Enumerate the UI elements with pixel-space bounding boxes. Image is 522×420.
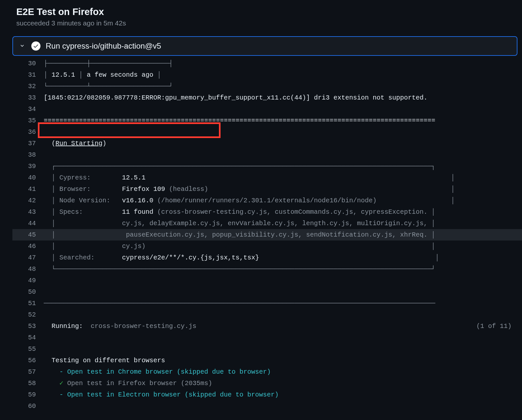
line-content bbox=[44, 309, 522, 320]
line-number[interactable]: 53 bbox=[12, 320, 44, 332]
line-number[interactable]: 57 bbox=[12, 366, 44, 378]
log-line[interactable]: 52 bbox=[12, 309, 522, 320]
log-line[interactable]: 55 bbox=[12, 343, 522, 355]
line-number[interactable]: 49 bbox=[12, 275, 44, 286]
job-title: E2E Test on Firefox bbox=[16, 7, 522, 17]
line-content: └───────────────────────────────────────… bbox=[44, 263, 522, 275]
line-content bbox=[44, 343, 522, 355]
line-number[interactable]: 40 bbox=[12, 172, 44, 183]
log-line[interactable]: 59 - Open test in Electron browser (skip… bbox=[12, 389, 522, 400]
log-line[interactable]: 53 Running: cross-broswer-testing.cy.js(… bbox=[12, 320, 522, 332]
line-number[interactable]: 32 bbox=[12, 81, 44, 92]
line-number[interactable]: 46 bbox=[12, 241, 44, 252]
log-line[interactable]: 46 │ cy.js) │ bbox=[12, 241, 522, 252]
log-line[interactable]: 57 - Open test in Chrome browser (skippe… bbox=[12, 366, 522, 378]
log-line[interactable]: 40 │ Cypress: 12.5.1 │ bbox=[12, 172, 522, 183]
log-line[interactable]: 35======================================… bbox=[12, 115, 522, 126]
line-content: - Open test in Electron browser (skipped… bbox=[44, 389, 522, 400]
line-content: │ cy.js, delayExample.cy.js, envVariable… bbox=[44, 218, 522, 229]
line-content: │ pauseExecution.cy.js, popup_visibility… bbox=[44, 229, 522, 241]
line-content bbox=[44, 332, 522, 343]
log-line[interactable]: 37 (Run Starting) bbox=[12, 138, 522, 149]
job-subtitle: succeeded 3 minutes ago in 5m 42s bbox=[16, 19, 522, 27]
log-line[interactable]: 30├──────────┼────────────────────┤ bbox=[12, 58, 522, 69]
line-number[interactable]: 35 bbox=[12, 115, 44, 126]
log-line[interactable]: 60 bbox=[12, 400, 522, 412]
line-content: ✓ Open test in Firefox browser (2035ms) bbox=[44, 378, 522, 389]
line-content bbox=[44, 103, 522, 115]
job-status-time: 3 minutes ago in 5m 42s bbox=[50, 19, 126, 27]
log-line[interactable]: 33[1845:0212/082059.987778:ERROR:gpu_mem… bbox=[12, 92, 522, 103]
line-number[interactable]: 38 bbox=[12, 149, 44, 161]
line-number[interactable]: 36 bbox=[12, 126, 44, 138]
line-content: Running: cross-broswer-testing.cy.js(1 o… bbox=[44, 320, 522, 332]
line-content: │ Node Version: v16.16.0 (/home/runner/r… bbox=[44, 195, 522, 206]
log-line[interactable]: 54 bbox=[12, 332, 522, 343]
line-number[interactable]: 50 bbox=[12, 286, 44, 298]
log-line[interactable]: 49 bbox=[12, 275, 522, 286]
line-number[interactable]: 52 bbox=[12, 309, 44, 320]
line-content bbox=[44, 275, 522, 286]
log-line[interactable]: 31│ 12.5.1 │ a few seconds ago │ bbox=[12, 69, 522, 81]
line-content bbox=[44, 400, 522, 412]
log-line[interactable]: 48 └────────────────────────────────────… bbox=[12, 263, 522, 275]
line-content: │ Searched: cypress/e2e/**/*.cy.{js,jsx,… bbox=[44, 252, 522, 263]
line-content bbox=[44, 126, 522, 138]
line-content: │ 12.5.1 │ a few seconds ago │ bbox=[44, 69, 522, 81]
line-number[interactable]: 41 bbox=[12, 183, 44, 195]
line-number[interactable]: 43 bbox=[12, 206, 44, 218]
line-number[interactable]: 42 bbox=[12, 195, 44, 206]
line-number[interactable]: 47 bbox=[12, 252, 44, 263]
log-line[interactable]: 45 │ pauseExecution.cy.js, popup_visibil… bbox=[12, 229, 522, 241]
log-line[interactable]: 39 ┌────────────────────────────────────… bbox=[12, 161, 522, 172]
line-number[interactable]: 44 bbox=[12, 218, 44, 229]
chevron-down-icon[interactable] bbox=[18, 42, 26, 50]
line-content: - Open test in Chrome browser (skipped d… bbox=[44, 366, 522, 378]
line-number[interactable]: 45 bbox=[12, 229, 44, 241]
line-content: │ Specs: 11 found (cross-broswer-testing… bbox=[44, 206, 522, 218]
line-number[interactable]: 37 bbox=[12, 138, 44, 149]
log-line[interactable]: 34 bbox=[12, 103, 522, 115]
step-title: Run cypress-io/github-action@v5 bbox=[46, 41, 161, 51]
log-line[interactable]: 58 ✓ Open test in Firefox browser (2035m… bbox=[12, 378, 522, 389]
log-line[interactable]: 47 │ Searched: cypress/e2e/**/*.cy.{js,j… bbox=[12, 252, 522, 263]
log-line[interactable]: 43 │ Specs: 11 found (cross-broswer-test… bbox=[12, 206, 522, 218]
log-line[interactable]: 36 bbox=[12, 126, 522, 138]
line-number[interactable]: 51 bbox=[12, 298, 44, 309]
line-number[interactable]: 59 bbox=[12, 389, 44, 400]
log-line[interactable]: 42 │ Node Version: v16.16.0 (/home/runne… bbox=[12, 195, 522, 206]
job-status: succeeded bbox=[16, 19, 50, 27]
line-number[interactable]: 58 bbox=[12, 378, 44, 389]
line-content: Testing on different browsers bbox=[44, 355, 522, 366]
line-content: │ cy.js) │ bbox=[44, 241, 522, 252]
log-output[interactable]: 30├──────────┼────────────────────┤31│ 1… bbox=[12, 58, 522, 412]
success-check-icon bbox=[31, 41, 40, 51]
line-content: │ Cypress: 12.5.1 │ bbox=[44, 172, 522, 183]
line-number[interactable]: 56 bbox=[12, 355, 44, 366]
line-content: ├──────────┼────────────────────┤ bbox=[44, 58, 522, 69]
line-content: ========================================… bbox=[44, 115, 522, 126]
log-line[interactable]: 44 │ cy.js, delayExample.cy.js, envVaria… bbox=[12, 218, 522, 229]
line-number[interactable]: 54 bbox=[12, 332, 44, 343]
log-line[interactable]: 56 Testing on different browsers bbox=[12, 355, 522, 366]
line-number[interactable]: 33 bbox=[12, 92, 44, 103]
line-content: └──────────┴────────────────────┘ bbox=[44, 81, 522, 92]
line-number[interactable]: 60 bbox=[12, 400, 44, 412]
line-number[interactable]: 48 bbox=[12, 263, 44, 275]
line-content: ┌───────────────────────────────────────… bbox=[44, 161, 522, 172]
line-number[interactable]: 55 bbox=[12, 343, 44, 355]
line-number[interactable]: 34 bbox=[12, 103, 44, 115]
line-number[interactable]: 39 bbox=[12, 161, 44, 172]
line-content: (Run Starting) bbox=[44, 138, 522, 149]
log-line[interactable]: 41 │ Browser: Firefox 109 (headless) │ bbox=[12, 183, 522, 195]
line-number[interactable]: 30 bbox=[12, 58, 44, 69]
line-content bbox=[44, 286, 522, 298]
log-line[interactable]: 51──────────────────────────────────────… bbox=[12, 298, 522, 309]
log-line[interactable]: 38 bbox=[12, 149, 522, 161]
line-number[interactable]: 31 bbox=[12, 69, 44, 81]
line-content: ────────────────────────────────────────… bbox=[44, 298, 522, 309]
log-line[interactable]: 50 bbox=[12, 286, 522, 298]
log-line[interactable]: 32└──────────┴────────────────────┘ bbox=[12, 81, 522, 92]
line-content: │ Browser: Firefox 109 (headless) │ bbox=[44, 183, 522, 195]
step-header[interactable]: Run cypress-io/github-action@v5 bbox=[12, 36, 517, 56]
